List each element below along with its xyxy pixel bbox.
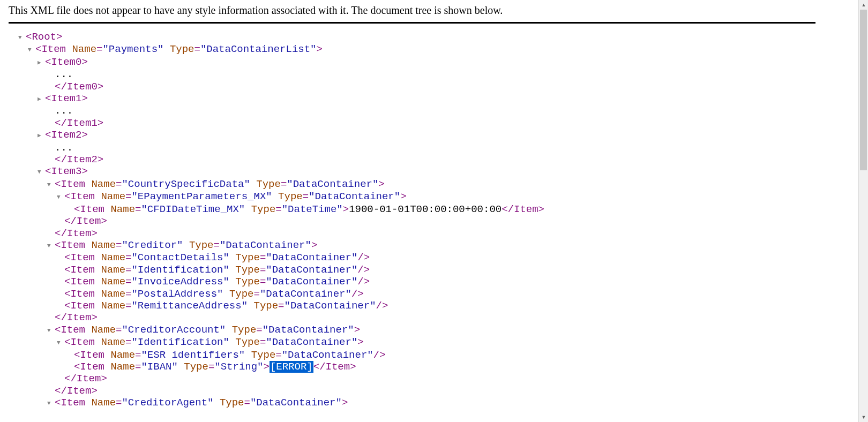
item-countryspecificdata-close: </Item> <box>9 228 815 239</box>
item-creditoragent-open[interactable]: ▼<Item Name="CreditorAgent" Type="DataCo… <box>9 397 815 409</box>
item1-close: </Item1> <box>9 117 815 129</box>
item2-open[interactable]: ▶<Item2> <box>9 129 815 141</box>
item-cfdi[interactable]: <Item Name="CFDIDateTime_MX" Type="DateT… <box>9 204 815 215</box>
scroll-down-button[interactable]: ▼ <box>859 412 868 422</box>
item-invoiceaddress[interactable]: <Item Name="InvoiceAddress" Type="DataCo… <box>9 276 815 288</box>
toggle-icon[interactable]: ▼ <box>47 179 55 191</box>
item-identification[interactable]: <Item Name="Identification" Type="DataCo… <box>9 264 815 276</box>
toggle-icon[interactable]: ▼ <box>57 191 64 203</box>
item-postaladdress[interactable]: <Item Name="PostalAddress" Type="DataCon… <box>9 288 815 300</box>
item-remittanceaddress[interactable]: <Item Name="RemittanceAddress" Type="Dat… <box>9 300 815 312</box>
toggle-icon[interactable]: ▼ <box>18 32 26 43</box>
item2-dots: ... <box>9 142 815 154</box>
error-text-selected[interactable]: [ERROR] <box>270 361 313 373</box>
item0-dots: ... <box>9 69 815 80</box>
item-creditoraccount-close: </Item> <box>9 385 815 397</box>
vertical-scrollbar[interactable]: ▲ ▼ <box>858 0 868 422</box>
notice-text: This XML file does not appear to have an… <box>9 4 815 24</box>
chevron-down-icon: ▼ <box>862 415 866 420</box>
item-identification2-open[interactable]: ▼<Item Name="Identification" Type="DataC… <box>9 336 815 349</box>
item-epaymentparams-open[interactable]: ▼<Item Name="EPaymentParameters_MX" Type… <box>9 191 815 203</box>
item-contactdetails[interactable]: <Item Name="ContactDetails" Type="DataCo… <box>9 252 815 263</box>
toggle-icon[interactable]: ▼ <box>47 397 55 409</box>
toggle-icon[interactable]: ▼ <box>28 44 35 56</box>
scrollbar-thumb[interactable] <box>860 10 867 170</box>
item-iban[interactable]: <Item Name="IBAN" Type="String">[ERROR]<… <box>9 361 815 373</box>
toggle-icon[interactable]: ▶ <box>38 93 45 105</box>
item1-dots: ... <box>9 105 815 117</box>
scrollbar-track[interactable] <box>859 10 868 412</box>
item1-open[interactable]: ▶<Item1> <box>9 93 815 105</box>
xml-tree: ▼<Root> ▼<Item Name="Payments" Type="Dat… <box>9 31 815 410</box>
toggle-icon[interactable]: ▼ <box>57 337 64 349</box>
item-creditor-close: </Item> <box>9 312 815 323</box>
item2-close: </Item2> <box>9 154 815 165</box>
item-creditor-open[interactable]: ▼<Item Name="Creditor" Type="DataContain… <box>9 239 815 252</box>
toggle-icon[interactable]: ▶ <box>38 130 45 141</box>
item-creditoraccount-open[interactable]: ▼<Item Name="CreditorAccount" Type="Data… <box>9 324 815 336</box>
item-esr[interactable]: <Item Name="ESR identifiers" Type="DataC… <box>9 349 815 361</box>
root-open[interactable]: ▼<Root> <box>9 31 815 43</box>
item0-close: </Item0> <box>9 81 815 93</box>
toggle-icon[interactable]: ▼ <box>47 240 55 252</box>
item-countryspecificdata-open[interactable]: ▼<Item Name="CountrySpecificData" Type="… <box>9 178 815 191</box>
toggle-icon[interactable]: ▼ <box>38 166 45 178</box>
item-payments-open[interactable]: ▼<Item Name="Payments" Type="DataContain… <box>9 43 815 56</box>
item-identification2-close: </Item> <box>9 373 815 385</box>
chevron-up-icon: ▲ <box>862 2 866 7</box>
toggle-icon[interactable]: ▶ <box>38 57 45 69</box>
toggle-icon[interactable]: ▼ <box>47 325 55 336</box>
xml-viewer: This XML file does not appear to have an… <box>0 0 824 422</box>
item0-open[interactable]: ▶<Item0> <box>9 56 815 69</box>
item-epaymentparams-close: </Item> <box>9 215 815 227</box>
item3-open[interactable]: ▼<Item3> <box>9 165 815 178</box>
scroll-up-button[interactable]: ▲ <box>859 0 868 10</box>
